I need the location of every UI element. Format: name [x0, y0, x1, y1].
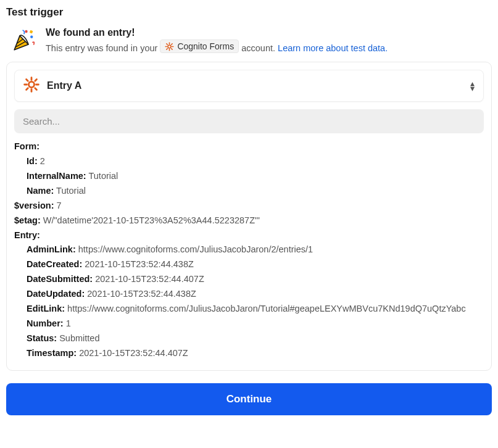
svg-line-20	[35, 80, 37, 81]
field-value: https://www.cognitoforms.com/JuliusJacob…	[67, 304, 466, 313]
cognito-gear-icon	[165, 42, 174, 51]
field-value: Tutorial	[88, 171, 118, 181]
found-description: This entry was found in your	[46, 39, 388, 53]
field-key: Status:	[27, 333, 57, 343]
app-name: Cognito Forms	[177, 41, 234, 51]
svg-line-17	[27, 80, 28, 81]
svg-line-9	[172, 48, 172, 49]
page-title: Test trigger	[6, 6, 492, 19]
field-value: W/"datetime'2021-10-15T23%3A52%3A44.5223…	[43, 215, 260, 225]
svg-line-18	[35, 88, 37, 90]
field-value: 2	[40, 156, 45, 166]
app-pill: Cognito Forms	[160, 39, 239, 53]
field-value: 2021-10-15T23:52:44.438Z	[87, 289, 196, 299]
found-heading: We found an entry!	[46, 27, 388, 38]
field-value: 2021-10-15T23:52:44.407Z	[79, 348, 188, 358]
svg-point-3	[168, 45, 171, 48]
field-value: Tutorial	[56, 186, 86, 196]
field-key: $version:	[14, 201, 54, 210]
field-key: Entry:	[14, 230, 40, 240]
field-key: DateSubmitted:	[27, 274, 93, 284]
entry-card: Entry A ▴▾ Form: Id: 2 InternalName: Tut…	[6, 62, 492, 371]
field-key: EditLink:	[27, 304, 65, 313]
field-key: $etag:	[14, 215, 41, 225]
found-suffix: account.	[241, 43, 278, 53]
field-key: DateCreated:	[27, 259, 82, 269]
field-key: Number:	[27, 318, 64, 328]
field-key: Form:	[14, 141, 39, 151]
field-value: 7	[57, 201, 62, 210]
svg-line-11	[172, 43, 172, 44]
field-value: 2021-10-15T23:52:44.407Z	[95, 274, 204, 284]
field-key: Timestamp:	[27, 348, 77, 358]
field-value: Submitted	[59, 333, 99, 343]
svg-point-12	[28, 81, 34, 87]
found-prefix: This entry was found in your	[46, 43, 160, 53]
learn-more-link[interactable]: Learn more about test data.	[278, 43, 388, 53]
svg-rect-2	[30, 30, 33, 34]
svg-point-1	[30, 36, 33, 38]
field-value: https://www.cognitoforms.com/JuliusJacob…	[78, 244, 313, 254]
field-key: DateUpdated:	[27, 289, 85, 299]
svg-line-8	[167, 43, 167, 44]
field-value: 1	[66, 318, 71, 328]
field-key: AdminLink:	[27, 244, 76, 254]
continue-button[interactable]: Continue	[6, 383, 492, 415]
entry-selector[interactable]: Entry A ▴▾	[14, 70, 484, 102]
party-popper-icon	[11, 27, 37, 53]
search-input[interactable]	[14, 109, 484, 133]
svg-point-0	[25, 30, 27, 33]
svg-line-10	[167, 48, 167, 49]
cognito-gear-icon	[23, 77, 39, 95]
found-entry-banner: We found an entry! This entry was found …	[6, 27, 492, 53]
entry-selector-label: Entry A	[47, 80, 463, 91]
entry-data-viewer[interactable]: Form: Id: 2 InternalName: Tutorial Name:…	[14, 139, 484, 363]
field-key: InternalName:	[27, 171, 86, 181]
field-value: 2021-10-15T23:52:44.438Z	[85, 259, 194, 269]
chevron-up-down-icon: ▴▾	[470, 81, 475, 91]
field-key: Id:	[27, 156, 38, 166]
svg-line-19	[27, 88, 28, 90]
field-key: Name:	[27, 186, 54, 196]
